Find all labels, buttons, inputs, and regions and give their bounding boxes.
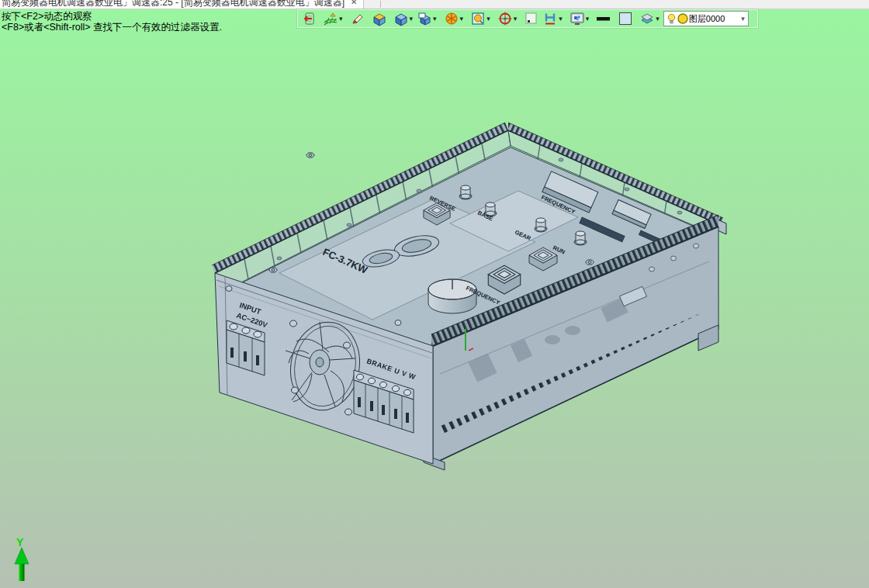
- close-icon[interactable]: ✕: [351, 0, 357, 6]
- axis-label: Y: [16, 536, 24, 548]
- cad-viewport[interactable]: 按下<F2>动态的观察 <F8>或者<Shift-roll> 查找下一个有效的过…: [0, 9, 869, 588]
- axis-indicator-y: Y: [12, 534, 43, 581]
- document-tab[interactable]: 简易变频器电机调速器数业电」调速器:25 - [简易变频器电机调速器数业电」调速…: [0, 0, 364, 9]
- model-3d[interactable]: FC-3.7KW REVERSE BASE GEAR RUN FREQUENCY…: [0, 9, 869, 588]
- document-title: 简易变频器电机调速器数业电」调速器:25 - [简易变频器电机调速器数业电」调速…: [2, 0, 344, 8]
- tab-strip: 简易变频器电机调速器数业电」调速器:25 - [简易变频器电机调速器数业电」调速…: [0, 0, 869, 9]
- tab-separator: [380, 1, 381, 8]
